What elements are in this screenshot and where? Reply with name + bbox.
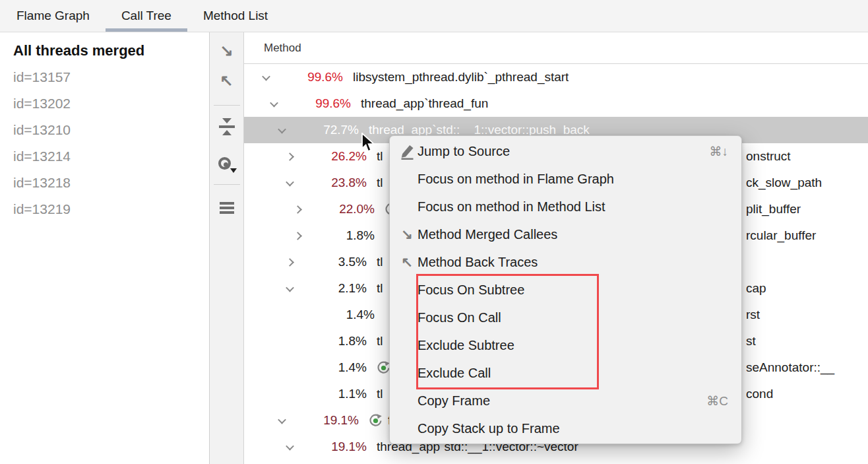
collapse-all-button[interactable] [210, 117, 244, 136]
method-name: thread_app`thread_fun [361, 96, 488, 111]
tab-method-list[interactable]: Method List [187, 0, 284, 32]
method-name-tail: rst [746, 302, 760, 328]
context-menu-item[interactable]: ↖Method Back Traces [390, 248, 741, 276]
view-options-button[interactable] [210, 155, 244, 174]
collapse-all-icon [219, 118, 235, 135]
method-name-tail: plit_buffer [746, 196, 801, 222]
menu-item-label: Copy Frame [418, 393, 490, 409]
thread-list-item[interactable]: id=13218 [0, 170, 209, 196]
percent-value: 26.2% [298, 149, 367, 164]
thread-list-item[interactable]: id=13157 [0, 64, 209, 90]
tree-toggle[interactable] [257, 75, 274, 81]
back-traces-button[interactable]: ↖ [210, 71, 244, 90]
context-menu-item[interactable]: Exclude Call [390, 359, 741, 387]
context-menu: Jump to Source⌘↓Focus on method in Flame… [389, 135, 742, 444]
tree-toggle[interactable] [273, 127, 290, 133]
method-name-tail: onstruct [746, 143, 791, 170]
pencil-icon [399, 143, 416, 160]
chevron-down-icon [278, 415, 286, 424]
indent-spacer [257, 156, 281, 157]
percent-value: 72.7% [290, 123, 359, 137]
tree-toggle[interactable] [289, 233, 306, 239]
context-menu-item[interactable]: Focus on method in Flame Graph [390, 165, 741, 193]
profiler-window: Flame GraphCall TreeMethod List All thre… [0, 0, 868, 464]
merged-callees-button[interactable]: ↘ [210, 42, 244, 60]
chevron-right-icon [286, 152, 294, 161]
pencil-icon-slot [396, 143, 418, 160]
method-name: tl [377, 255, 383, 269]
context-menu-item[interactable]: Jump to Source⌘↓ [390, 137, 741, 165]
percent-value: 22.0% [306, 202, 375, 216]
tab-label: Call Tree [121, 9, 171, 23]
recursion-icon [369, 414, 383, 428]
percent-value: 19.1% [290, 413, 359, 428]
tree-toggle[interactable] [281, 154, 298, 160]
indent-spacer [257, 394, 281, 395]
indent-spacer [257, 183, 281, 183]
context-menu-item[interactable]: Copy Stack up to Frame [390, 414, 741, 442]
menu-item-label: Focus On Call [418, 310, 501, 325]
tab-flame-graph[interactable]: Flame Graph [1, 0, 106, 32]
menu-item-label: Exclude Call [418, 366, 491, 381]
context-menu-item[interactable]: Focus on method in Method List [390, 193, 741, 220]
indent-spacer [257, 209, 289, 210]
table-row[interactable]: 99.6%thread_app`thread_fun [244, 90, 868, 117]
percent-value: 19.1% [298, 440, 367, 454]
percent-value: 1.8% [298, 334, 367, 348]
menu-item-shortcut: ⌘C [706, 393, 728, 409]
back-traces-icon-slot: ↖ [396, 254, 418, 270]
back-traces-icon: ↖ [401, 254, 413, 270]
method-name-tail: cond [746, 381, 773, 407]
chevron-right-icon [294, 232, 302, 240]
menu-item-label: Focus on method in Flame Graph [418, 172, 614, 187]
chevron-right-icon [294, 205, 302, 214]
method-name-tail: cap [746, 275, 766, 302]
tree-toggle[interactable] [281, 286, 298, 292]
percent-value: 23.8% [298, 176, 367, 190]
chevron-down-icon [286, 178, 294, 186]
context-menu-item[interactable]: Focus On Call [390, 304, 741, 331]
method-name: tl [377, 387, 383, 401]
tree-toggle[interactable] [265, 101, 282, 107]
tree-toggle[interactable] [281, 259, 298, 265]
context-menu-item[interactable]: Focus On Subtree [390, 276, 741, 304]
tab-bar: Flame GraphCall TreeMethod List [0, 0, 868, 32]
menu-item-label: Jump to Source [418, 144, 510, 159]
recursion-icon-wrap [377, 361, 390, 375]
chevron-down-icon [286, 283, 294, 292]
menu-item-label: Method Merged Callees [418, 227, 557, 242]
recursion-icon-wrap [369, 414, 383, 428]
tree-toggle[interactable] [281, 444, 298, 450]
chevron-down-icon [278, 125, 286, 133]
merged-callees-icon: ↘ [220, 43, 233, 59]
tree-toggle[interactable] [273, 418, 290, 424]
recursion-icon [377, 361, 390, 375]
context-menu-item[interactable]: ↘Method Merged Callees [390, 220, 741, 248]
tab-label: Flame Graph [16, 9, 90, 23]
context-menu-item[interactable]: Copy Frame⌘C [390, 387, 741, 414]
merged-callees-icon-slot: ↘ [396, 226, 418, 242]
chevron-down-icon [270, 98, 278, 107]
method-name-tail: st [746, 328, 756, 354]
list-view-button[interactable] [210, 199, 244, 217]
method-column-header[interactable]: Method [244, 32, 868, 64]
menu-item-label: Focus On Subtree [418, 282, 524, 298]
method-name: tl [377, 281, 383, 296]
table-row[interactable]: 99.6%libsystem_pthread.dylib`_pthread_st… [244, 64, 868, 90]
thread-list-item[interactable]: id=13219 [0, 196, 209, 222]
context-menu-item[interactable]: Exclude Subtree [390, 331, 741, 359]
percent-value: 1.4% [306, 308, 375, 322]
method-name-tail: seAnnotator::__ [746, 354, 834, 381]
menu-item-label: Focus on method in Method List [418, 199, 605, 215]
method-name: tl [377, 334, 383, 348]
tree-toggle[interactable] [289, 207, 306, 213]
thread-list-item[interactable]: id=13202 [0, 90, 209, 117]
thread-list-item[interactable]: id=13214 [0, 143, 209, 170]
tree-toggle[interactable] [281, 180, 298, 186]
back-traces-icon: ↖ [220, 73, 233, 88]
indent-spacer [257, 104, 265, 104]
tab-call-tree[interactable]: Call Tree [106, 0, 187, 32]
threads-merged-header[interactable]: All threads merged [0, 38, 209, 64]
percent-value: 1.4% [298, 360, 367, 375]
thread-list-item[interactable]: id=13210 [0, 117, 209, 143]
